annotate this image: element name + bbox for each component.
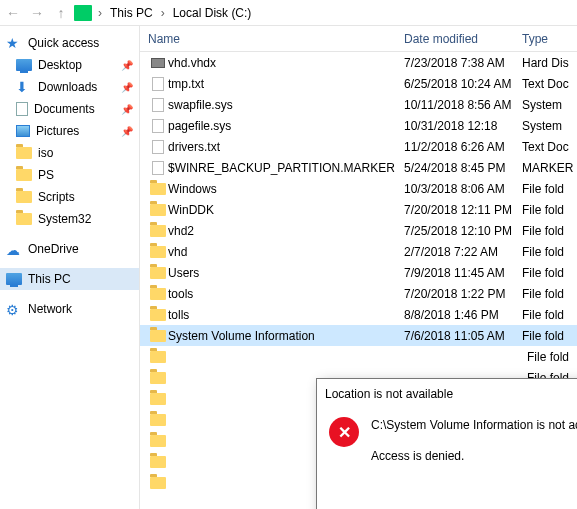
sidebar-item-label: Pictures bbox=[36, 124, 79, 138]
file-row-svi[interactable]: System Volume Information7/6/2018 11:05 … bbox=[140, 325, 577, 346]
sidebar-item-label: System32 bbox=[38, 212, 91, 226]
file-name: Users bbox=[168, 266, 404, 280]
file-date: 6/25/2018 10:24 AM bbox=[404, 77, 522, 91]
sidebar-onedrive[interactable]: ☁ OneDrive bbox=[0, 238, 139, 260]
sidebar-quick-access[interactable]: ★ Quick access bbox=[0, 32, 139, 54]
cloud-icon: ☁ bbox=[6, 242, 22, 256]
file-name: vhd bbox=[168, 245, 404, 259]
file-row-pagefile[interactable]: pagefile.sys10/31/2018 12:18System bbox=[140, 115, 577, 136]
folder-icon bbox=[150, 288, 166, 300]
sidebar-label: This PC bbox=[28, 272, 71, 286]
nav-forward-button[interactable]: → bbox=[26, 2, 48, 24]
file-name: $WINRE_BACKUP_PARTITION.MARKER bbox=[168, 161, 404, 175]
chevron-right-icon[interactable]: › bbox=[157, 6, 169, 20]
file-row-users[interactable]: Users7/9/2018 11:45 AMFile fold bbox=[140, 262, 577, 283]
file-date: 10/3/2018 8:06 AM bbox=[404, 182, 522, 196]
drive-icon bbox=[74, 5, 92, 21]
file-date: 8/8/2018 1:46 PM bbox=[404, 308, 522, 322]
column-header-name[interactable]: Name bbox=[148, 32, 404, 46]
sidebar-item-downloads[interactable]: ⬇Downloads📌 bbox=[0, 76, 139, 98]
sidebar-label: Network bbox=[28, 302, 72, 316]
file-row-vhd-vhdx[interactable]: vhd.vhdx7/23/2018 7:38 AMHard Dis bbox=[140, 52, 577, 73]
file-row-obscured[interactable]: File fold bbox=[140, 346, 577, 367]
file-row-vhd2[interactable]: vhd27/25/2018 12:10 PMFile fold bbox=[140, 220, 577, 241]
breadcrumb-localdisk[interactable]: Local Disk (C:) bbox=[171, 4, 254, 22]
file-name: tolls bbox=[168, 308, 404, 322]
column-header-type[interactable]: Type bbox=[522, 32, 577, 46]
sidebar-item-scripts[interactable]: Scripts bbox=[0, 186, 139, 208]
monitor-icon bbox=[6, 273, 22, 285]
pin-icon: 📌 bbox=[121, 82, 133, 93]
folder-icon bbox=[150, 246, 166, 258]
file-name: vhd2 bbox=[168, 224, 404, 238]
file-name: pagefile.sys bbox=[168, 119, 404, 133]
folder-icon bbox=[150, 456, 166, 468]
network-icon: ⚙ bbox=[6, 302, 22, 316]
folder-icon bbox=[16, 213, 32, 225]
file-type: System bbox=[522, 98, 577, 112]
file-type: File fold bbox=[522, 308, 577, 322]
sidebar-item-documents[interactable]: Documents📌 bbox=[0, 98, 139, 120]
file-name: tmp.txt bbox=[168, 77, 404, 91]
pin-icon: 📌 bbox=[121, 104, 133, 115]
file-date: 7/9/2018 11:45 AM bbox=[404, 266, 522, 280]
file-list-pane[interactable]: Name Date modified Type vhd.vhdx7/23/201… bbox=[140, 26, 577, 509]
file-row-vhd[interactable]: vhd2/7/2018 7:22 AMFile fold bbox=[140, 241, 577, 262]
file-type: File fold bbox=[527, 350, 577, 364]
file-type: File fold bbox=[522, 329, 577, 343]
monitor-icon bbox=[16, 59, 32, 71]
file-type: File fold bbox=[522, 203, 577, 217]
address-bar[interactable]: ← → ↑ › This PC › Local Disk (C:) bbox=[0, 0, 577, 26]
file-row-tools[interactable]: tools7/20/2018 1:22 PMFile fold bbox=[140, 283, 577, 304]
folder-icon bbox=[150, 435, 166, 447]
sidebar-item-pictures[interactable]: Pictures📌 bbox=[0, 120, 139, 142]
sidebar-item-label: PS bbox=[38, 168, 54, 182]
file-type: Text Doc bbox=[522, 77, 577, 91]
file-row-tolls[interactable]: tolls8/8/2018 1:46 PMFile fold bbox=[140, 304, 577, 325]
error-icon: ✕ bbox=[329, 417, 359, 447]
sidebar-item-desktop[interactable]: Desktop📌 bbox=[0, 54, 139, 76]
file-icon bbox=[152, 161, 164, 175]
file-type: File fold bbox=[522, 245, 577, 259]
nav-back-button[interactable]: ← bbox=[2, 2, 24, 24]
file-row-tmp-txt[interactable]: tmp.txt6/25/2018 10:24 AMText Doc bbox=[140, 73, 577, 94]
file-type: File fold bbox=[522, 224, 577, 238]
folder-icon bbox=[150, 267, 166, 279]
file-name: System Volume Information bbox=[168, 329, 404, 343]
sidebar-label: Quick access bbox=[28, 36, 99, 50]
sidebar-item-system32[interactable]: System32 bbox=[0, 208, 139, 230]
file-type: Hard Dis bbox=[522, 56, 577, 70]
file-date: 11/2/2018 6:26 AM bbox=[404, 140, 522, 154]
sidebar-this-pc[interactable]: This PC bbox=[0, 268, 139, 290]
sidebar-item-iso[interactable]: iso bbox=[0, 142, 139, 164]
dialog-title: Location is not available bbox=[325, 387, 453, 401]
file-row-windows[interactable]: Windows10/3/2018 8:06 AMFile fold bbox=[140, 178, 577, 199]
chevron-right-icon[interactable]: › bbox=[94, 6, 106, 20]
file-type: Text Doc bbox=[522, 140, 577, 154]
file-row-swapfile[interactable]: swapfile.sys10/11/2018 8:56 AMSystem bbox=[140, 94, 577, 115]
file-date: 7/20/2018 1:22 PM bbox=[404, 287, 522, 301]
folder-icon bbox=[150, 183, 166, 195]
dialog-message-1: C:\System Volume Information is not acce… bbox=[371, 417, 577, 434]
file-icon bbox=[152, 140, 164, 154]
column-header-date[interactable]: Date modified bbox=[404, 32, 522, 46]
column-headers[interactable]: Name Date modified Type bbox=[140, 26, 577, 52]
file-row-winre-marker[interactable]: $WINRE_BACKUP_PARTITION.MARKER5/24/2018 … bbox=[140, 157, 577, 178]
file-icon bbox=[152, 119, 164, 133]
file-name: tools bbox=[168, 287, 404, 301]
nav-up-button[interactable]: ↑ bbox=[50, 2, 72, 24]
sidebar-item-ps[interactable]: PS bbox=[0, 164, 139, 186]
file-name: vhd.vhdx bbox=[168, 56, 404, 70]
sidebar-item-label: Scripts bbox=[38, 190, 75, 204]
file-date: 5/24/2018 8:45 PM bbox=[404, 161, 522, 175]
breadcrumb-thispc[interactable]: This PC bbox=[108, 4, 155, 22]
navigation-pane[interactable]: ★ Quick access Desktop📌⬇Downloads📌Docume… bbox=[0, 26, 140, 509]
sidebar-network[interactable]: ⚙ Network bbox=[0, 298, 139, 320]
folder-icon bbox=[150, 351, 166, 363]
folder-icon bbox=[150, 477, 166, 489]
file-row-drivers[interactable]: drivers.txt11/2/2018 6:26 AMText Doc bbox=[140, 136, 577, 157]
file-row-winddk[interactable]: WinDDK7/20/2018 12:11 PMFile fold bbox=[140, 199, 577, 220]
file-name: drivers.txt bbox=[168, 140, 404, 154]
dialog-message-2: Access is denied. bbox=[371, 448, 577, 465]
error-dialog: Location is not available ✕ ✕ C:\System … bbox=[316, 378, 577, 509]
